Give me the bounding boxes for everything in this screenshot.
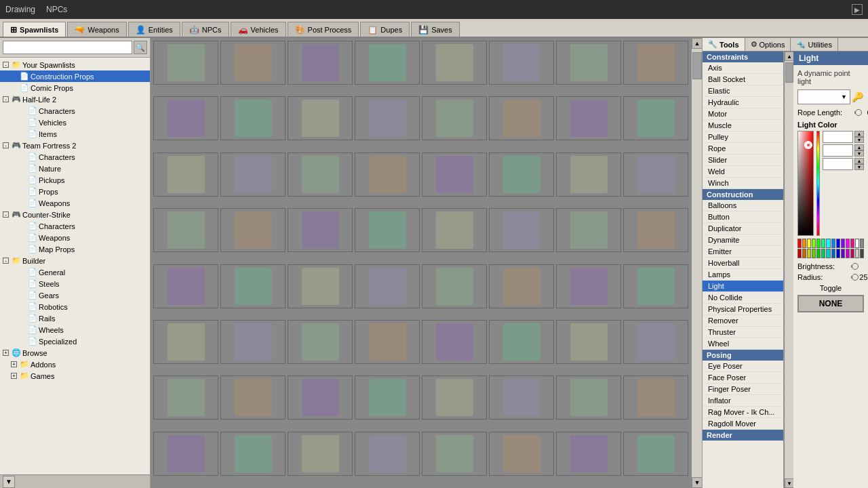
tools-tab-options[interactable]: ⚙Options xyxy=(745,38,791,51)
scroll-thumb[interactable] xyxy=(692,52,702,79)
swatch-1-13[interactable] xyxy=(860,249,864,258)
grid-item[interactable] xyxy=(355,320,420,364)
constraint-item-wheel[interactable]: Wheel xyxy=(703,338,783,350)
grid-item[interactable] xyxy=(422,375,487,420)
grid-item[interactable] xyxy=(153,320,218,364)
swatch-1-8[interactable] xyxy=(836,249,840,258)
grid-item[interactable] xyxy=(288,432,353,476)
constraints-scroll-down[interactable]: ▼ xyxy=(785,479,794,488)
r-spin-up[interactable]: ▲ xyxy=(854,131,864,137)
swatch-1-5[interactable] xyxy=(821,249,825,258)
tree-item-builder[interactable]: -📁Builder xyxy=(0,255,150,266)
tree-item-cs-weapons[interactable]: 📄Weapons xyxy=(0,232,150,243)
tree-item-browse[interactable]: +🌐Browse xyxy=(0,347,150,359)
constraint-item-winch[interactable]: Winch xyxy=(703,178,783,189)
grid-item[interactable] xyxy=(288,152,353,197)
swatch-1-1[interactable] xyxy=(802,249,806,258)
brightness-slider[interactable] xyxy=(851,265,852,268)
grid-item[interactable] xyxy=(623,208,688,252)
swatch-0-7[interactable] xyxy=(831,239,835,248)
tree-item-builder-steels[interactable]: 📄Steels xyxy=(0,278,150,289)
swatch-0-9[interactable] xyxy=(841,239,845,248)
grid-item[interactable] xyxy=(153,41,218,85)
g-spin-down[interactable]: ▼ xyxy=(854,150,864,157)
tree-item-tf2-nature[interactable]: 📄Nature xyxy=(0,163,150,174)
tree-item-counter-strike[interactable]: -🎮Counter-Strike xyxy=(0,209,150,220)
grid-item[interactable] xyxy=(623,320,688,364)
grid-item[interactable] xyxy=(153,264,218,308)
search-button[interactable]: 🔍 xyxy=(134,41,147,54)
grid-item[interactable] xyxy=(288,320,353,364)
grid-item[interactable] xyxy=(556,264,621,308)
b-spin-down[interactable]: ▼ xyxy=(854,164,864,170)
rope-length-thumb[interactable] xyxy=(855,109,862,116)
grid-item[interactable] xyxy=(355,264,420,308)
menu-drawing[interactable]: Drawing xyxy=(5,5,35,14)
tree-item-comic-props[interactable]: 📄Comic Props xyxy=(0,82,150,94)
grid-item[interactable] xyxy=(288,96,353,140)
constraint-item-balloons[interactable]: Balloons xyxy=(703,200,783,211)
grid-item[interactable] xyxy=(422,41,487,85)
grid-item[interactable] xyxy=(220,432,285,476)
tree-toggle-your-spawnlists[interactable]: - xyxy=(3,62,9,68)
grid-item[interactable] xyxy=(422,432,487,476)
grid-item[interactable] xyxy=(489,432,554,476)
grid-item[interactable] xyxy=(489,320,554,364)
grid-item[interactable] xyxy=(556,152,621,197)
tree-item-builder-rails[interactable]: 📄Rails xyxy=(0,312,150,324)
content-scrollbar[interactable]: ▲ ▼ xyxy=(691,38,702,488)
grid-item[interactable] xyxy=(153,208,218,252)
toggle-button[interactable]: NONE xyxy=(797,295,864,312)
grid-item[interactable] xyxy=(623,152,688,197)
grid-item[interactable] xyxy=(288,264,353,308)
b-input[interactable]: 255 xyxy=(823,158,853,170)
swatch-1-4[interactable] xyxy=(816,249,821,258)
brightness-thumb[interactable] xyxy=(852,263,859,270)
radius-thumb[interactable] xyxy=(852,274,859,281)
constraint-item-ragdoll-mover[interactable]: Ragdoll Mover xyxy=(703,418,783,430)
tab-npcs[interactable]: 🤖NPCs xyxy=(182,22,229,37)
grid-item[interactable] xyxy=(355,41,420,85)
constraints-scroll-track[interactable] xyxy=(785,61,793,479)
tree-item-tf2-weapons[interactable]: 📄Weapons xyxy=(0,197,150,209)
tab-post-process[interactable]: 🎨Post Process xyxy=(288,22,359,37)
constraint-item-face-poser[interactable]: Face Poser xyxy=(703,372,783,384)
constraint-item-ball-socket[interactable]: Ball Socket xyxy=(703,74,783,85)
grid-item[interactable] xyxy=(623,96,688,140)
swatch-1-10[interactable] xyxy=(846,249,850,258)
swatch-1-11[interactable] xyxy=(850,249,854,258)
tab-entities[interactable]: 👤Entities xyxy=(128,22,180,37)
swatch-0-0[interactable] xyxy=(797,239,802,248)
grid-item[interactable] xyxy=(623,41,688,85)
tree-item-tf2-pickups[interactable]: 📄Pickups xyxy=(0,174,150,186)
swatch-1-0[interactable] xyxy=(797,249,802,258)
light-dropdown[interactable]: ▼ xyxy=(797,89,850,104)
tree-toggle-games[interactable]: + xyxy=(11,373,17,379)
grid-item[interactable] xyxy=(220,96,285,140)
constraint-item-hydraulic[interactable]: Hydraulic xyxy=(703,97,783,108)
tree-item-builder-gears[interactable]: 📄Gears xyxy=(0,289,150,301)
tree-item-games[interactable]: +📁Games xyxy=(0,370,150,382)
swatch-0-10[interactable] xyxy=(846,239,850,248)
grid-item[interactable] xyxy=(220,41,285,85)
g-input[interactable]: 255 xyxy=(823,144,853,157)
swatch-1-12[interactable] xyxy=(855,249,859,258)
tree-item-tf2-characters[interactable]: 📄Characters xyxy=(0,151,150,163)
constraint-item-inflator[interactable]: Inflator xyxy=(703,395,783,407)
tree-item-construction-props[interactable]: 📄Construction Props xyxy=(0,70,150,82)
tree-expand-button[interactable]: ▼ xyxy=(3,476,15,488)
grid-item[interactable] xyxy=(355,208,420,252)
swatch-0-2[interactable] xyxy=(807,239,811,248)
hue-bar[interactable] xyxy=(816,131,820,236)
grid-item[interactable] xyxy=(220,152,285,197)
grid-item[interactable] xyxy=(489,264,554,308)
grid-item[interactable] xyxy=(489,152,554,197)
swatch-0-1[interactable] xyxy=(802,239,806,248)
tree-item-addons[interactable]: +📁Addons xyxy=(0,359,150,370)
constraint-item-axis[interactable]: Axis xyxy=(703,62,783,74)
color-gradient[interactable] xyxy=(797,131,814,236)
scroll-up-button[interactable]: ▲ xyxy=(692,38,702,49)
grid-item[interactable] xyxy=(556,432,621,476)
grid-item[interactable] xyxy=(220,320,285,364)
tree-toggle-counter-strike[interactable]: - xyxy=(3,211,9,218)
